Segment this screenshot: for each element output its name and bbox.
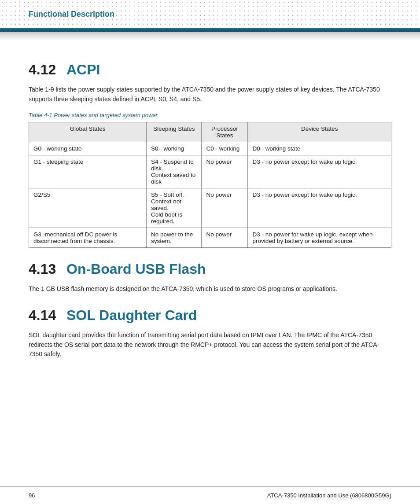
section-414-heading: 4.14 SOL Daughter Card <box>29 307 391 324</box>
section-413-heading: 4.13 On-Board USB Flash <box>29 261 391 277</box>
footer-product: ATCA-7350 Installation and Use (6806800G… <box>267 492 391 499</box>
cell-r2-c1: S5 - Soft off.Context not saved.Cold boo… <box>146 188 201 228</box>
table-row: G3 -mechanical off DC power is disconnec… <box>29 228 391 248</box>
footer: 96 ATCA-7350 Installation and Use (68068… <box>0 486 420 504</box>
section-412-body: Table 1-9 lists the power supply states … <box>29 85 391 104</box>
section-413-title: On-Board USB Flash <box>66 261 206 277</box>
cell-r0-c1: S0 - working <box>146 142 201 155</box>
main-content: 4.12 ACPI Table 1-9 lists the power supp… <box>0 40 420 394</box>
power-states-table: Global States Sleeping States Processor … <box>29 122 391 248</box>
blue-bar <box>0 28 420 32</box>
cell-r2-c3: D3 - no power except for wake up logic. <box>248 188 391 228</box>
table-row: G2/S5S5 - Soft off.Context not saved.Col… <box>29 188 391 228</box>
col-device-states: Device States <box>248 122 391 142</box>
section-412-title: ACPI <box>66 62 100 78</box>
table-row: G1 - sleeping stateS4 - Suspend to disk.… <box>29 155 391 188</box>
cell-r0-c3: D0 - working state <box>248 142 391 155</box>
cell-r1-c1: S4 - Suspend to disk.Context saved to di… <box>146 155 201 188</box>
cell-r1-c2: No power <box>202 155 248 188</box>
table-row: G0 - working stateS0 - workingC0 - worki… <box>29 142 391 155</box>
cell-r1-c0: G1 - sleeping state <box>29 155 147 188</box>
gray-bar <box>0 32 420 40</box>
table-caption: Table 4-1 Power states and targeted syst… <box>29 112 391 118</box>
cell-r0-c2: C0 - working <box>202 142 248 155</box>
cell-r2-c2: No power <box>202 188 248 228</box>
section-414-title: SOL Daughter Card <box>66 307 197 324</box>
section-414-number: 4.14 <box>29 307 59 324</box>
cell-r3-c3: D3 - no power for wake up logic, except … <box>248 228 391 248</box>
cell-r3-c1: No power to the system. <box>146 228 201 248</box>
section-412-number: 4.12 <box>29 62 59 78</box>
header: Functional Description <box>0 0 420 40</box>
col-sleeping-states: Sleeping States <box>146 122 201 142</box>
cell-r3-c2: No power <box>202 228 248 248</box>
section-413-number: 4.13 <box>29 261 59 277</box>
section-413-body: The 1 GB USB flash memory is designed on… <box>29 284 391 294</box>
footer-page: 96 <box>29 492 35 499</box>
col-processor-states: Processor States <box>202 122 248 142</box>
page-title: Functional Description <box>29 10 114 19</box>
header-title-bar: Functional Description <box>0 5 420 23</box>
table-header-row: Global States Sleeping States Processor … <box>29 122 391 142</box>
cell-r0-c0: G0 - working state <box>29 142 147 155</box>
section-412-heading: 4.12 ACPI <box>29 62 391 78</box>
col-global-states: Global States <box>29 122 147 142</box>
cell-r2-c0: G2/S5 <box>29 188 147 228</box>
cell-r3-c0: G3 -mechanical off DC power is disconnec… <box>29 228 147 248</box>
cell-r1-c3: D3 - no power except for wake up logic. <box>248 155 391 188</box>
section-414-body: SOL daughter card provides the function … <box>29 331 391 359</box>
